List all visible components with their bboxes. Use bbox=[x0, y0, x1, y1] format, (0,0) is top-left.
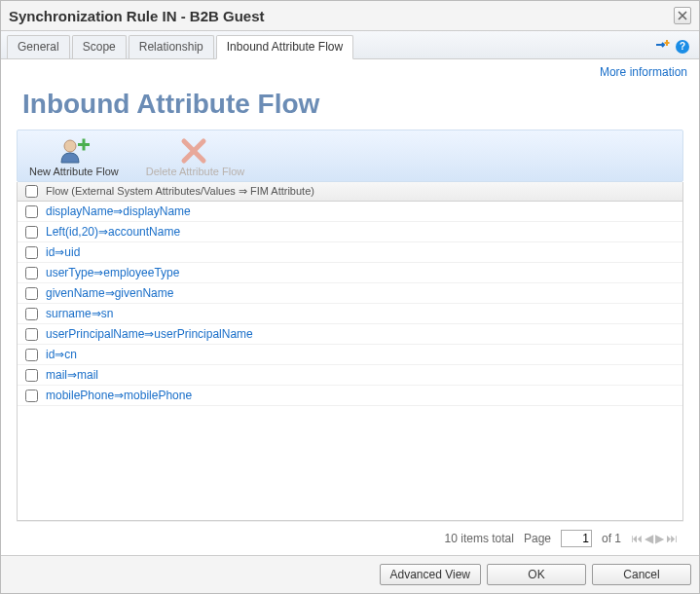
ok-button[interactable]: OK bbox=[487, 564, 586, 585]
table-row: mobilePhone⇒mobilePhone bbox=[18, 386, 682, 406]
advanced-view-button[interactable]: Advanced View bbox=[380, 564, 482, 585]
delete-attribute-flow-button: Delete Attribute Flow bbox=[146, 136, 245, 177]
tabbar-actions: ? bbox=[654, 38, 693, 58]
new-attribute-flow-button[interactable]: New Attribute Flow bbox=[29, 136, 119, 177]
row-checkbox[interactable] bbox=[25, 328, 38, 341]
help-icon[interactable]: ? bbox=[676, 40, 689, 54]
table-row: surname⇒sn bbox=[18, 304, 682, 324]
tab-inbound-attribute-flow[interactable]: Inbound Attribute Flow bbox=[216, 35, 353, 59]
action-bar: New Attribute Flow Delete Attribute Flow bbox=[17, 130, 683, 182]
more-information-link[interactable]: More information bbox=[1, 59, 699, 79]
flow-link[interactable]: id⇒cn bbox=[46, 348, 77, 361]
flow-table: Flow (External System Attributes/Values … bbox=[17, 182, 683, 521]
table-header-row: Flow (External System Attributes/Values … bbox=[18, 182, 682, 202]
next-page-icon[interactable]: ▶ bbox=[655, 532, 664, 545]
row-checkbox[interactable] bbox=[25, 226, 38, 239]
table-row: givenName⇒givenName bbox=[18, 283, 682, 304]
flow-link[interactable]: userPrincipalName⇒userPrincipalName bbox=[46, 327, 253, 341]
items-total-label: 10 items total bbox=[445, 532, 514, 545]
table-row: userPrincipalName⇒userPrincipalName bbox=[18, 324, 682, 345]
last-page-icon[interactable]: ⏭ bbox=[666, 532, 678, 545]
pager-nav: ⏮ ◀ ▶ ⏭ bbox=[631, 532, 678, 545]
column-header-flow: Flow (External System Attributes/Values … bbox=[46, 185, 314, 198]
tab-scope[interactable]: Scope bbox=[72, 35, 127, 58]
flow-link[interactable]: displayName⇒displayName bbox=[46, 204, 191, 218]
table-row: id⇒uid bbox=[18, 242, 682, 263]
flow-link[interactable]: mobilePhone⇒mobilePhone bbox=[46, 389, 192, 402]
flow-link[interactable]: mail⇒mail bbox=[46, 368, 98, 382]
table-row: Left(id,20)⇒accountName bbox=[18, 222, 682, 242]
dialog-footer: Advanced View OK Cancel bbox=[1, 555, 699, 593]
tab-relationship[interactable]: Relationship bbox=[129, 35, 214, 58]
flow-link[interactable]: surname⇒sn bbox=[46, 307, 113, 320]
prev-page-icon[interactable]: ◀ bbox=[645, 532, 653, 545]
window-title: Synchronization Rule IN - B2B Guest bbox=[9, 8, 265, 24]
row-checkbox[interactable] bbox=[25, 205, 38, 218]
content-area: More information Inbound Attribute Flow … bbox=[1, 59, 699, 555]
svg-rect-2 bbox=[82, 139, 85, 151]
titlebar: Synchronization Rule IN - B2B Guest bbox=[1, 1, 699, 31]
row-checkbox[interactable] bbox=[25, 308, 38, 320]
row-checkbox[interactable] bbox=[25, 287, 38, 300]
page-number-input[interactable] bbox=[561, 530, 592, 547]
first-page-icon[interactable]: ⏮ bbox=[631, 532, 643, 545]
page-title: Inbound Attribute Flow bbox=[17, 89, 683, 130]
tab-general[interactable]: General bbox=[7, 35, 70, 58]
row-checkbox[interactable] bbox=[25, 349, 38, 361]
svg-point-0 bbox=[64, 140, 76, 152]
row-checkbox[interactable] bbox=[25, 390, 38, 402]
cancel-button[interactable]: Cancel bbox=[592, 564, 691, 585]
table-row: mail⇒mail bbox=[18, 365, 682, 386]
table-row: displayName⇒displayName bbox=[18, 202, 682, 222]
flow-link[interactable]: givenName⇒givenName bbox=[46, 286, 173, 300]
close-icon[interactable] bbox=[674, 7, 691, 24]
row-checkbox[interactable] bbox=[25, 267, 38, 279]
user-add-icon bbox=[55, 136, 93, 166]
flow-link[interactable]: Left(id,20)⇒accountName bbox=[46, 225, 180, 239]
tabbar: General Scope Relationship Inbound Attri… bbox=[1, 31, 699, 59]
delete-icon bbox=[175, 136, 214, 166]
new-attribute-flow-label: New Attribute Flow bbox=[29, 166, 119, 177]
row-checkbox[interactable] bbox=[25, 369, 38, 382]
add-icon[interactable] bbox=[654, 38, 670, 55]
select-all-checkbox[interactable] bbox=[25, 185, 38, 198]
page-of-label: of 1 bbox=[602, 532, 621, 545]
row-checkbox[interactable] bbox=[25, 246, 38, 259]
flow-link[interactable]: userType⇒employeeType bbox=[46, 266, 179, 279]
delete-attribute-flow-label: Delete Attribute Flow bbox=[146, 166, 245, 177]
table-row: id⇒cn bbox=[18, 345, 682, 365]
pager: 10 items total Page of 1 ⏮ ◀ ▶ ⏭ bbox=[17, 521, 683, 555]
main-panel: Inbound Attribute Flow New Attribute Flo… bbox=[17, 89, 683, 555]
page-label: Page bbox=[524, 532, 551, 545]
table-row: userType⇒employeeType bbox=[18, 263, 682, 283]
dialog-window: Synchronization Rule IN - B2B Guest Gene… bbox=[0, 0, 700, 594]
flow-link[interactable]: id⇒uid bbox=[46, 245, 80, 259]
